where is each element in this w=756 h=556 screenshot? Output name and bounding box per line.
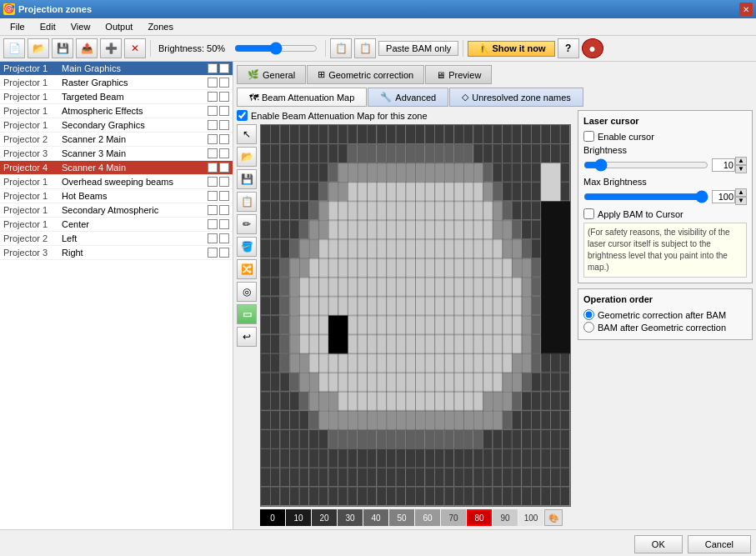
- bar-10[interactable]: 10: [286, 509, 311, 526]
- list-item[interactable]: Projector 3 Scanner 3 Main: [0, 147, 233, 161]
- tab-bam[interactable]: 🗺 Beam Attenuation Map: [237, 88, 367, 107]
- rect-tool[interactable]: ▭: [237, 304, 257, 324]
- enable-bam-label: Enable Beam Attenuation Map for this zon…: [251, 111, 428, 121]
- new-button[interactable]: 📄: [3, 38, 25, 58]
- list-item[interactable]: Projector 3 Right: [0, 246, 233, 260]
- cancel-button[interactable]: Cancel: [688, 535, 751, 553]
- apply-bam-checkbox[interactable]: [583, 208, 594, 219]
- close-button[interactable]: ✕: [739, 3, 753, 16]
- brightness-input[interactable]: [712, 158, 735, 172]
- bam-canvas[interactable]: [260, 124, 571, 507]
- menu-edit[interactable]: Edit: [33, 20, 63, 33]
- max-brightness-label: Max Brightness: [583, 177, 747, 187]
- list-item[interactable]: Projector 1 Raster Graphics: [0, 76, 233, 90]
- bar-20[interactable]: 20: [312, 509, 337, 526]
- undo-tool[interactable]: ↩: [237, 327, 257, 347]
- enable-cursor-checkbox[interactable]: [583, 131, 594, 142]
- list-item[interactable]: Projector 1 Main Graphics: [0, 62, 233, 76]
- laser-cursor-panel: Laser cursor Enable cursor Brightness ▲ …: [578, 110, 753, 283]
- enable-bam-checkbox[interactable]: [237, 110, 248, 121]
- save-tool[interactable]: 💾: [237, 169, 257, 189]
- list-item-scanner4[interactable]: Projector 4 Scanner 4 Main: [0, 161, 233, 175]
- save-button[interactable]: 💾: [52, 38, 73, 58]
- export-button[interactable]: 📤: [76, 38, 98, 58]
- bar-0[interactable]: 0: [260, 509, 285, 526]
- add-button[interactable]: ➕: [100, 38, 122, 58]
- menu-zones[interactable]: Zones: [141, 20, 180, 33]
- bar-30[interactable]: 30: [338, 509, 363, 526]
- max-brightness-input[interactable]: [712, 190, 735, 203]
- max-brightness-up[interactable]: ▲: [735, 188, 747, 197]
- window-title: Projection zones: [18, 4, 92, 14]
- list-item[interactable]: Projector 1 Center: [0, 218, 233, 232]
- help-button[interactable]: ?: [558, 38, 579, 58]
- list-item[interactable]: Projector 1 Targeted Beam: [0, 90, 233, 104]
- bar-50[interactable]: 50: [389, 509, 414, 526]
- copy-tool[interactable]: 📋: [237, 192, 257, 212]
- bar-90[interactable]: 90: [493, 509, 518, 526]
- copy-button[interactable]: 📋: [330, 38, 352, 58]
- pencil-tool[interactable]: ✏: [237, 214, 257, 234]
- open-button[interactable]: 📂: [28, 38, 49, 58]
- select-tool[interactable]: ↖: [237, 124, 257, 144]
- gradient-tool[interactable]: 🔀: [237, 259, 257, 279]
- brightness-down[interactable]: ▼: [735, 165, 747, 173]
- list-item[interactable]: Projector 1 Secondary Atmospheric: [0, 203, 233, 218]
- apply-bam-label: Apply BAM to Cursor: [598, 209, 683, 219]
- max-brightness-row: ▲ ▼: [583, 188, 747, 205]
- paste-button[interactable]: 📋: [354, 38, 376, 58]
- radio-bam-after-geocorrection[interactable]: [583, 322, 594, 333]
- bar-80[interactable]: 80: [467, 509, 492, 526]
- general-icon: 🌿: [248, 69, 259, 80]
- fill-tool[interactable]: 🪣: [237, 237, 257, 257]
- radio-label-2: BAM after Geometric correction: [598, 323, 726, 333]
- circle-tool[interactable]: ◎: [237, 282, 257, 302]
- paste-bam-button[interactable]: Paste BAM only: [378, 41, 458, 56]
- brightness-slider[interactable]: [234, 42, 318, 55]
- menu-file[interactable]: File: [3, 20, 32, 33]
- tab-unresolved[interactable]: ◇ Unresolved zone names: [449, 88, 583, 107]
- delete-button[interactable]: ✕: [124, 38, 146, 58]
- tab-advanced[interactable]: 🔧 Advanced: [368, 88, 448, 107]
- tab-preview[interactable]: 🖥 Preview: [425, 65, 492, 84]
- menu-view[interactable]: View: [64, 20, 98, 33]
- tab-geometric[interactable]: ⊞ Geometric correction: [307, 65, 424, 84]
- ok-button[interactable]: OK: [634, 535, 683, 553]
- radio-row-2: BAM after Geometric correction: [583, 322, 747, 333]
- bar-40[interactable]: 40: [363, 509, 388, 526]
- bar-100[interactable]: 100: [518, 509, 543, 526]
- list-item[interactable]: Projector 1 Overhead sweeping beams: [0, 175, 233, 189]
- open-tool[interactable]: 📂: [237, 147, 257, 167]
- wrench-icon: 🔧: [380, 92, 392, 103]
- max-brightness-down[interactable]: ▼: [735, 197, 747, 205]
- list-item[interactable]: Projector 1 Hot Beams: [0, 189, 233, 203]
- list-item[interactable]: Projector 2 Scanner 2 Main: [0, 133, 233, 147]
- app-icon: 🎯: [3, 3, 15, 15]
- laser-cursor-title: Laser cursor: [583, 116, 747, 126]
- list-item[interactable]: Projector 1 Atmospheric Effects: [0, 104, 233, 118]
- show-it-now-button[interactable]: ⚠️ Show it now: [468, 41, 554, 57]
- brightness-up[interactable]: ▲: [735, 157, 747, 165]
- list-item[interactable]: Projector 1 Secondary Graphics: [0, 118, 233, 133]
- bam-enable-row: Enable Beam Attenuation Map for this zon…: [237, 110, 571, 121]
- right-panel: 🌿 General ⊞ Geometric correction 🖥 Previ…: [233, 62, 756, 529]
- canvas-wrapper: ↖ 📂 💾 📋 ✏ 🪣 🔀 ◎ ▭ ↩: [237, 124, 571, 526]
- warning-icon: ◇: [462, 92, 468, 103]
- radio-geocorrection-after-bam[interactable]: [583, 309, 594, 320]
- bam-canvas-container: 0 10 20 30 40 50 60 70 80 90 100 🎨: [260, 124, 571, 526]
- brightness-range[interactable]: [583, 158, 708, 172]
- separator-2: [325, 40, 326, 57]
- list-item[interactable]: Projector 2 Left: [0, 232, 233, 246]
- power-button[interactable]: ●: [582, 38, 603, 58]
- operation-order-panel: Operation order Geometric correction aft…: [578, 288, 753, 340]
- bam-area: Enable Beam Attenuation Map for this zon…: [237, 110, 753, 526]
- menu-output[interactable]: Output: [98, 20, 139, 33]
- tabs-row-1: 🌿 General ⊞ Geometric correction 🖥 Previ…: [237, 65, 753, 84]
- bar-60[interactable]: 60: [415, 509, 440, 526]
- picker-button[interactable]: 🎨: [544, 509, 563, 526]
- brightness-row: ▲ ▼: [583, 157, 747, 173]
- bottom-bar: OK Cancel: [0, 529, 756, 556]
- max-brightness-range[interactable]: [583, 190, 708, 203]
- bar-70[interactable]: 70: [441, 509, 466, 526]
- tab-general[interactable]: 🌿 General: [237, 65, 306, 84]
